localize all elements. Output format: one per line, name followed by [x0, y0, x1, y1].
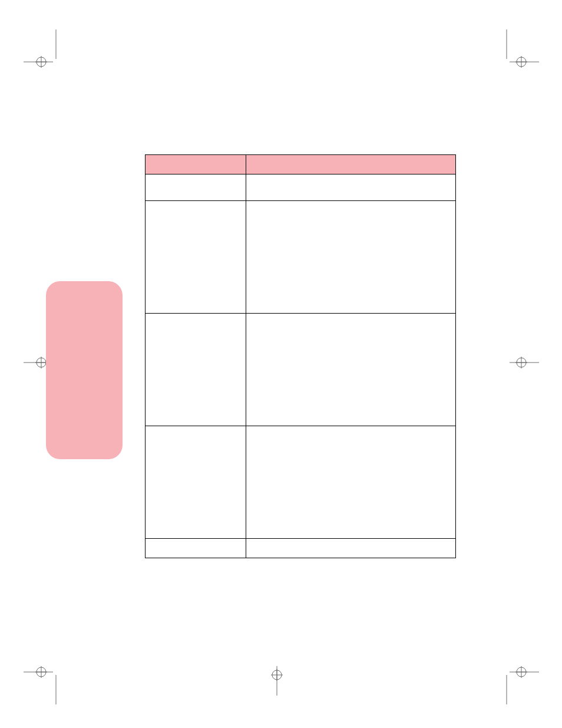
- svg-point-2: [37, 57, 46, 67]
- table-cell: [146, 314, 246, 426]
- crop-mark-icon: [24, 29, 71, 77]
- table-cell: [246, 314, 456, 426]
- crop-mark-icon: [259, 660, 295, 696]
- table-header-cell: [146, 155, 246, 174]
- table-cell: [146, 174, 246, 201]
- svg-point-11: [37, 358, 46, 367]
- table-cell: [146, 426, 246, 539]
- crop-mark-icon: [492, 29, 539, 77]
- svg-point-15: [517, 358, 526, 367]
- table-cell: [146, 539, 246, 558]
- table-row: [146, 314, 456, 426]
- svg-point-24: [272, 670, 282, 680]
- crop-mark-icon: [504, 351, 539, 374]
- thumb-index-tab: [46, 281, 123, 459]
- svg-point-29: [517, 667, 526, 677]
- table-cell: [246, 201, 456, 314]
- table-row: [146, 174, 456, 201]
- crop-mark-icon: [24, 657, 71, 704]
- table-row: [146, 201, 456, 314]
- table-cell: [246, 426, 456, 539]
- table-row: [146, 539, 456, 558]
- table-header-row: [146, 155, 456, 174]
- table-header-cell: [246, 155, 456, 174]
- svg-point-7: [517, 57, 526, 67]
- content-table: [145, 154, 456, 558]
- table-row: [146, 426, 456, 539]
- table-cell: [146, 201, 246, 314]
- crop-mark-icon: [492, 657, 539, 704]
- svg-point-20: [37, 667, 46, 677]
- table-body: [146, 174, 456, 558]
- table-cell: [246, 174, 456, 201]
- table-cell: [246, 539, 456, 558]
